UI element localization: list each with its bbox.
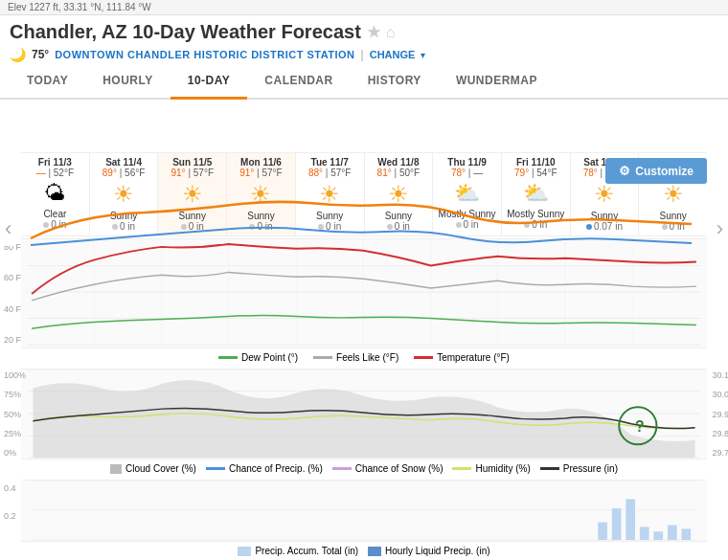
day-temps-4: 88° | 57°F: [298, 168, 362, 178]
weather-icon-7: ⛅: [504, 181, 568, 206]
day-date-7[interactable]: Fri 11/10: [504, 157, 568, 168]
tab-wundermap[interactable]: WUNDERMAP: [439, 64, 555, 100]
precip-dot-8: [586, 224, 592, 230]
day-condition-5: Sunny: [367, 211, 431, 221]
current-temp: 75°: [32, 48, 49, 61]
location-link[interactable]: DOWNTOWN CHANDLER HISTORIC DISTRICT STAT…: [55, 49, 354, 60]
moon-icon: 🌙: [10, 47, 26, 62]
tab-today[interactable]: TODAY: [10, 64, 85, 100]
day-temps-0: — | 52°F: [23, 168, 87, 178]
day-date-0[interactable]: Fri 11/3: [23, 157, 87, 168]
weather-icon-0: 🌤: [23, 181, 87, 206]
svg-rect-25: [626, 499, 635, 540]
day-date-1[interactable]: Sat 11/4: [92, 157, 156, 168]
elevation-text: Elev 1227 ft, 33.31 °N, 111.84 °W: [8, 2, 151, 12]
page-header: Chandler, AZ 10-Day Weather Forecast ★ ⌂: [0, 15, 728, 45]
bottom-chart-legend: Precip. Accum. Total (in) Hourly Liquid …: [21, 542, 707, 560]
prev-arrow[interactable]: ‹: [0, 212, 16, 246]
day-precip-2: 0 in: [160, 221, 224, 232]
day-condition-1: Sunny: [92, 211, 156, 221]
svg-rect-27: [653, 531, 663, 540]
day-precip-7: 0 in: [504, 219, 568, 230]
feels-like-legend: Feels Like (°F): [313, 352, 398, 363]
weather-icon-1: ☀: [92, 181, 156, 208]
tab-hourly[interactable]: HOURLY: [85, 64, 171, 100]
tab-10day[interactable]: 10-DAY: [171, 64, 248, 100]
day-date-3[interactable]: Mon 11/6: [229, 157, 293, 168]
gear-icon: ⚙: [619, 164, 630, 178]
precip-dot-5: [387, 224, 393, 230]
day-precip-6: 0 in: [435, 219, 499, 230]
day-precip-4: 0 in: [298, 221, 362, 232]
day-date-4[interactable]: Tue 11/7: [298, 157, 362, 168]
day-condition-6: Mostly Sunny: [435, 209, 499, 219]
day-precip-8: 0.07 in: [573, 221, 637, 232]
svg-text:?: ?: [635, 418, 645, 435]
page-title: Chandler, AZ 10-Day Weather Forecast ★ ⌂: [10, 21, 718, 43]
weather-icon-3: ☀: [229, 181, 293, 208]
day-column-1: Sat 11/4 89° | 56°F ☀ Sunny 0 in: [90, 153, 159, 235]
day-column-7: Fri 11/10 79° | 54°F ⛅ Mostly Sunny 0 in: [502, 153, 571, 235]
location-bar: 🌙 75° DOWNTOWN CHANDLER HISTORIC DISTRIC…: [0, 45, 728, 64]
precip-dot-4: [318, 224, 324, 230]
customize-button[interactable]: ⚙ Customize: [605, 158, 707, 184]
svg-rect-24: [612, 508, 622, 540]
day-temps-7: 79° | 54°F: [504, 168, 568, 178]
weather-icon-4: ☀: [298, 181, 362, 208]
day-condition-3: Sunny: [229, 211, 293, 221]
day-column-3: Mon 11/6 91° | 57°F ☀ Sunny 0 in: [227, 153, 296, 235]
day-precip-0: 0 in: [23, 219, 87, 230]
day-date-2[interactable]: Sun 11/5: [160, 157, 224, 168]
day-column-4: Tue 11/7 88° | 57°F ☀ Sunny 0 in: [296, 153, 365, 235]
day-temps-6: 78° | —: [435, 168, 499, 178]
precip-dot-1: [112, 224, 118, 230]
weather-icon-8: ☀: [573, 181, 637, 208]
nav-tabs: TODAYHOURLY10-DAYCALENDARHISTORYWUNDERMA…: [0, 64, 728, 100]
svg-rect-28: [668, 526, 677, 541]
day-condition-0: Clear: [23, 209, 87, 219]
day-column-6: Thu 11/9 78° | — ⛅ Mostly Sunny 0 in: [433, 153, 502, 235]
star-icon[interactable]: ★: [367, 23, 380, 41]
temp-chart-legend: Dew Point (°) Feels Like (°F) Temperatur…: [21, 348, 707, 367]
day-temps-3: 91° | 57°F: [229, 168, 293, 178]
precip-dot-2: [181, 224, 187, 230]
svg-rect-26: [640, 526, 649, 540]
precip-dot-6: [456, 222, 462, 228]
temperature-legend: Temperature (°F): [414, 352, 510, 363]
day-column-2: Sun 11/5 91° | 57°F ☀ Sunny 0 in: [158, 153, 227, 235]
chevron-down-icon: ▾: [421, 50, 425, 60]
weather-icon-5: ☀: [367, 181, 431, 208]
precip-dot-7: [524, 222, 530, 228]
day-precip-9: 0 in: [641, 221, 705, 232]
day-condition-2: Sunny: [160, 211, 224, 221]
day-temps-2: 91° | 57°F: [160, 168, 224, 178]
change-link[interactable]: CHANGE: [370, 49, 416, 60]
svg-rect-29: [681, 528, 691, 540]
day-precip-3: 0 in: [229, 221, 293, 232]
day-date-6[interactable]: Thu 11/9: [435, 157, 499, 168]
weather-icon-6: ⛅: [435, 181, 499, 206]
day-precip-1: 0 in: [92, 221, 156, 232]
day-condition-8: Sunny: [573, 211, 637, 221]
weather-icon-2: ☀: [160, 181, 224, 208]
tab-history[interactable]: HISTORY: [351, 64, 439, 100]
tab-calendar[interactable]: CALENDAR: [247, 64, 350, 100]
next-arrow[interactable]: ›: [712, 212, 728, 246]
dew-point-legend: Dew Point (°): [218, 352, 298, 363]
day-date-5[interactable]: Wed 11/8: [367, 157, 431, 168]
precip-chart-legend: Cloud Cover (%) Chance of Precip. (%) Ch…: [21, 459, 707, 478]
day-condition-9: Sunny: [641, 211, 705, 221]
precip-dot-3: [249, 224, 255, 230]
day-temps-1: 89° | 56°F: [92, 168, 156, 178]
day-precip-5: 0 in: [367, 221, 431, 232]
elevation-bar: Elev 1227 ft, 33.31 °N, 111.84 °W: [0, 0, 728, 15]
precip-dot-0: [43, 222, 49, 228]
day-column-0: Fri 11/3 — | 52°F 🌤 Clear 0 in: [21, 153, 90, 235]
day-temps-5: 81° | 50°F: [367, 168, 431, 178]
home-icon[interactable]: ⌂: [386, 24, 396, 41]
weather-icon-9: ☀: [641, 181, 705, 208]
day-condition-7: Mostly Sunny: [504, 209, 568, 219]
svg-rect-23: [598, 523, 607, 540]
precip-dot-9: [662, 224, 668, 230]
day-column-5: Wed 11/8 81° | 50°F ☀ Sunny 0 in: [365, 153, 434, 235]
